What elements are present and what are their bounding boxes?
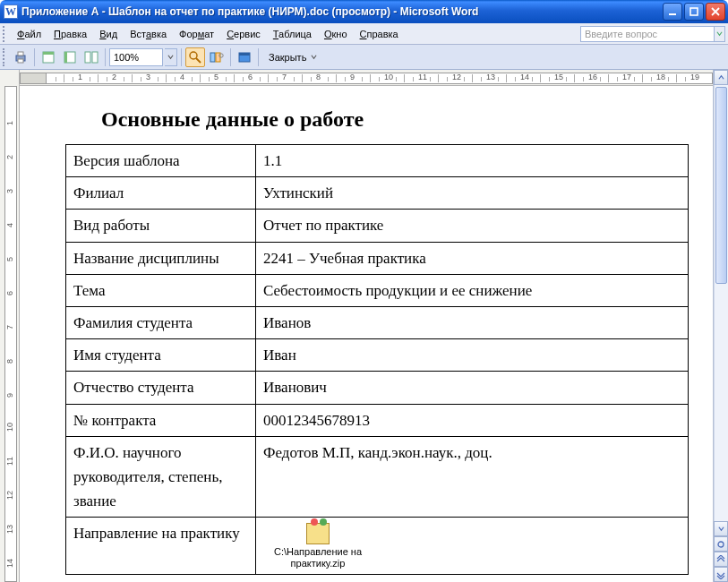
work-area: 1234567891011121314 12345678910111213141…: [0, 70, 728, 582]
ruler-number: 3: [146, 73, 150, 81]
maximize-button[interactable]: [684, 3, 704, 21]
next-page-button[interactable]: [714, 567, 728, 582]
table-row: Ф.И.О. научного руководителя, степень, з…: [66, 436, 689, 518]
ruler-number: 12: [5, 491, 14, 500]
scroll-thumb[interactable]: [715, 87, 727, 284]
table-row: Имя студентаИван: [66, 339, 689, 372]
toolbar: 100% Закрыть: [0, 45, 728, 70]
svg-rect-6: [43, 52, 54, 55]
prev-page-button[interactable]: [714, 552, 728, 567]
title-bar: W Приложение А - Шаблон на отчет по прак…: [0, 0, 728, 23]
svg-line-12: [196, 58, 201, 63]
document-page: Основные данные о работе Версия шаблона1…: [22, 86, 703, 582]
cell-label: № контракта: [66, 404, 256, 436]
svg-rect-3: [18, 52, 23, 56]
cell-label: Отчество студента: [66, 372, 256, 404]
cell-label: Название дисциплины: [66, 242, 256, 274]
help-search-input[interactable]: Введите вопрос: [580, 26, 715, 42]
table-row: Версия шаблона1.1: [66, 145, 689, 177]
ruler-number: 5: [214, 73, 218, 81]
table-row: Фамилия студентаИванов: [66, 306, 689, 338]
table-row: ФилиалУхтинский: [66, 177, 689, 210]
ruler-number: 4: [5, 223, 14, 227]
cell-label: Тема: [66, 274, 256, 306]
ruler-number: 9: [350, 73, 355, 81]
close-preview-button[interactable]: Закрыть: [262, 47, 323, 67]
ruler-number: 6: [248, 73, 253, 81]
layout-button-2[interactable]: [60, 47, 80, 67]
toolbar-grip[interactable]: [3, 48, 7, 66]
toolbar-separator: [258, 48, 259, 66]
table-row-attachment: Направление на практику C:\Направление н…: [66, 518, 689, 574]
app-icon: W: [4, 4, 18, 19]
close-window-button[interactable]: [706, 3, 725, 21]
table-row: Вид работыОтчет по практике: [66, 210, 689, 242]
menu-insert[interactable]: Вставка: [124, 26, 173, 42]
ruler-number: 1: [5, 121, 14, 125]
svg-rect-9: [85, 52, 90, 63]
cell-label: Версия шаблона: [66, 145, 256, 177]
ruler-number: 13: [486, 73, 495, 81]
menu-table[interactable]: Таблица: [267, 26, 318, 42]
layout-button-3[interactable]: [81, 47, 101, 67]
print-button[interactable]: [11, 47, 30, 67]
magnifier-button[interactable]: [185, 47, 205, 67]
scroll-track[interactable]: [714, 85, 728, 521]
embedded-attachment[interactable]: C:\Направление на практику.zip: [260, 523, 376, 569]
scroll-up-button[interactable]: [714, 70, 728, 85]
cell-label: Вид работы: [66, 210, 256, 242]
menu-view[interactable]: Вид: [93, 26, 124, 42]
layout-button-1[interactable]: [39, 47, 58, 67]
cell-value: Отчет по практике: [256, 210, 689, 242]
cell-label: Ф.И.О. научного руководителя, степень, з…: [66, 436, 256, 518]
vertical-ruler[interactable]: 1234567891011121314: [0, 70, 20, 582]
cell-value: Себестоимость продукции и ее снижение: [256, 274, 689, 306]
zoom-input[interactable]: 100%: [109, 48, 163, 66]
zoom-value: 100%: [114, 52, 139, 63]
browse-object-select[interactable]: [714, 536, 728, 552]
cell-value: Федотов М.П, канд.экон.наук., доц.: [256, 436, 689, 518]
fullscreen-button[interactable]: [235, 47, 254, 67]
cell-value: Иванов: [256, 306, 689, 338]
ruler-number: 16: [588, 73, 597, 81]
package-icon: [306, 523, 330, 544]
ruler-number: 17: [622, 73, 631, 81]
cell-value: Иван: [256, 339, 689, 372]
cell-value: 1.1: [256, 145, 689, 177]
table-row: Название дисциплины2241 – Учебная практи…: [66, 242, 689, 274]
ruler-number: 1: [78, 73, 82, 81]
ruler-number: 4: [180, 73, 184, 81]
toolbar-separator: [230, 48, 231, 66]
cell-value: 00012345678913: [256, 404, 689, 436]
page-heading: Основные данные о работе: [101, 107, 685, 132]
svg-rect-17: [239, 53, 250, 56]
menu-file[interactable]: Файл: [11, 26, 47, 42]
menu-edit[interactable]: Правка: [47, 26, 93, 42]
page-view[interactable]: Основные данные о работе Версия шаблона1…: [20, 86, 713, 582]
window-controls: [663, 3, 725, 21]
ruler-number: 5: [5, 257, 14, 261]
multipage-button[interactable]: [207, 47, 227, 67]
zoom-dropdown[interactable]: [165, 48, 177, 66]
menu-format[interactable]: Формат: [173, 26, 220, 42]
ruler-number: 3: [5, 189, 14, 193]
menu-help[interactable]: Справка: [354, 26, 405, 42]
cell-value: 2241 – Учебная практика: [256, 242, 689, 274]
horizontal-ruler[interactable]: 12345678910111213141516171819: [20, 70, 713, 86]
cell-label: Направление на практику: [66, 518, 256, 574]
scroll-down-button[interactable]: [714, 521, 728, 536]
menu-window[interactable]: Окно: [318, 26, 354, 42]
ruler-number: 11: [418, 73, 427, 81]
cell-label: Филиал: [66, 177, 256, 210]
ruler-number: 19: [690, 73, 699, 81]
menubar-grip[interactable]: [3, 26, 7, 42]
ruler-number: 10: [384, 73, 393, 81]
menu-tools[interactable]: Сервис: [220, 26, 267, 42]
ruler-number: 2: [112, 73, 116, 81]
chevron-down-icon: [311, 54, 317, 60]
help-search-dropdown[interactable]: [715, 26, 725, 42]
minimize-button[interactable]: [663, 3, 682, 21]
vertical-scrollbar[interactable]: [713, 70, 728, 582]
ruler-number: 2: [5, 155, 14, 159]
ruler-number: 14: [5, 559, 14, 568]
